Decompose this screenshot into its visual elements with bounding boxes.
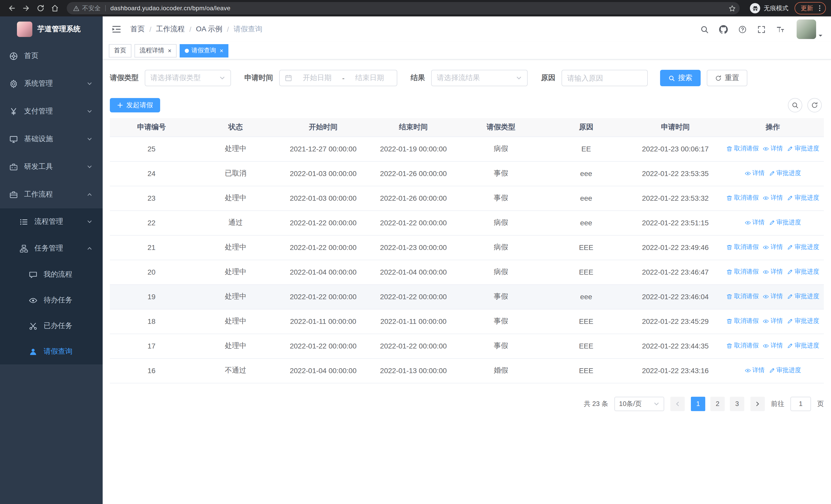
goto-page-input[interactable] xyxy=(791,396,811,411)
close-icon[interactable]: × xyxy=(220,48,223,54)
chevron-down-icon xyxy=(87,164,92,170)
approval-progress-link[interactable]: 审批进度 xyxy=(769,218,801,227)
reload-icon[interactable] xyxy=(34,2,47,15)
cancel-leave-link[interactable]: 取消请假 xyxy=(726,243,758,252)
create-leave-button[interactable]: 发起请假 xyxy=(110,98,160,112)
detail-link[interactable]: 详情 xyxy=(763,145,783,153)
sidebar-item[interactable]: 任务管理 xyxy=(0,235,103,262)
detail-link[interactable]: 详情 xyxy=(763,194,783,203)
sidebar-item[interactable]: 系统管理 xyxy=(0,70,103,97)
view-icon xyxy=(763,269,769,275)
cancel-leave-link[interactable]: 取消请假 xyxy=(726,194,758,203)
user-menu[interactable] xyxy=(797,20,823,39)
breadcrumb-item[interactable]: 首页 xyxy=(131,25,145,34)
reset-button[interactable]: 重置 xyxy=(707,70,747,86)
app-logo[interactable]: 芋道管理系统 xyxy=(0,17,103,42)
cell-reason: EEE xyxy=(543,260,629,284)
reason-input[interactable] xyxy=(562,70,648,86)
edit-icon xyxy=(787,269,793,275)
prev-page-button[interactable] xyxy=(670,396,685,411)
cancel-leave-link[interactable]: 取消请假 xyxy=(726,317,758,326)
create-leave-label: 发起请假 xyxy=(126,100,153,110)
detail-link[interactable]: 详情 xyxy=(763,243,783,252)
approval-progress-link[interactable]: 审批进度 xyxy=(787,194,819,203)
collapse-sidebar-icon[interactable] xyxy=(111,24,122,35)
breadcrumb-item[interactable]: OA 示例 xyxy=(196,25,223,34)
detail-link[interactable]: 详情 xyxy=(763,268,783,276)
detail-link[interactable]: 详情 xyxy=(763,292,783,301)
sidebar-item[interactable]: 流程管理 xyxy=(0,208,103,235)
cell-apply-time: 2022-01-22 23:44:35 xyxy=(629,334,722,358)
cancel-leave-link[interactable]: 取消请假 xyxy=(726,342,758,350)
approval-progress-link[interactable]: 审批进度 xyxy=(787,145,819,153)
sidebar-item[interactable]: 工作流程 xyxy=(0,181,103,208)
bookmark-star-icon[interactable] xyxy=(726,3,738,14)
divider xyxy=(105,5,106,11)
back-icon[interactable] xyxy=(5,2,19,15)
approval-progress-link[interactable]: 审批进度 xyxy=(787,268,819,276)
approval-progress-link[interactable]: 审批进度 xyxy=(787,292,819,301)
page-button[interactable]: 1 xyxy=(691,396,705,411)
url-text[interactable]: dashboard.yudao.iocoder.cn/bpm/oa/leave xyxy=(110,5,726,12)
approval-progress-link[interactable]: 审批进度 xyxy=(769,169,801,178)
cell-apply-time: 2022-01-22 23:46:47 xyxy=(629,260,722,284)
page-button[interactable]: 3 xyxy=(730,396,744,411)
result-select[interactable]: 请选择流结果 xyxy=(431,70,528,86)
sidebar-item[interactable]: 我的流程 xyxy=(0,262,103,288)
approval-progress-link[interactable]: 审批进度 xyxy=(787,342,819,350)
sidebar-item[interactable]: 支付管理 xyxy=(0,97,103,125)
apply-time-range-picker[interactable]: 开始日期 - 结束日期 xyxy=(279,70,397,86)
approval-progress-link[interactable]: 审批进度 xyxy=(769,366,801,375)
breadcrumb-item[interactable]: 工作流程 xyxy=(156,25,185,34)
search-button[interactable]: 搜索 xyxy=(660,70,700,86)
detail-link[interactable]: 详情 xyxy=(745,218,765,227)
sidebar-item[interactable]: 研发工具 xyxy=(0,153,103,181)
github-icon[interactable] xyxy=(717,23,730,36)
page-size-select[interactable]: 10条/页 xyxy=(614,396,664,411)
next-page-button[interactable] xyxy=(750,396,765,411)
search-icon[interactable] xyxy=(697,23,711,36)
cancel-leave-link[interactable]: 取消请假 xyxy=(726,145,758,153)
refresh-icon[interactable] xyxy=(807,98,822,112)
tab[interactable]: 流程详情× xyxy=(135,44,177,57)
leave-query-icon xyxy=(29,347,37,356)
detail-link[interactable]: 详情 xyxy=(763,317,783,326)
approval-progress-link[interactable]: 审批进度 xyxy=(787,317,819,326)
sidebar-item[interactable]: 待办任务 xyxy=(0,288,103,313)
tab[interactable]: 首页 xyxy=(109,44,132,57)
home-icon[interactable] xyxy=(48,2,62,15)
sidebar-item[interactable]: 首页 xyxy=(0,42,103,70)
cell-start-time: 2022-01-03 00:00:00 xyxy=(278,161,368,186)
sidebar-item[interactable]: 请假查询 xyxy=(0,339,103,364)
address-bar[interactable]: 不安全 dashboard.yudao.iocoder.cn/bpm/oa/le… xyxy=(67,2,740,14)
detail-link[interactable]: 详情 xyxy=(745,169,765,178)
detail-link[interactable]: 详情 xyxy=(745,366,765,375)
security-chip[interactable]: 不安全 xyxy=(73,4,101,12)
search-button-label: 搜索 xyxy=(678,73,692,83)
leave-type-select[interactable]: 请选择请假类型 xyxy=(145,70,231,86)
process-icon xyxy=(20,217,28,226)
close-icon[interactable]: × xyxy=(168,48,171,54)
cell-end-time: 2022-01-26 00:00:00 xyxy=(368,186,459,210)
font-size-icon[interactable] xyxy=(774,23,787,36)
cancel-leave-link[interactable]: 取消请假 xyxy=(726,292,758,301)
table-row: 17处理中2022-01-22 00:00:002022-01-22 00:00… xyxy=(110,334,824,358)
avatar[interactable] xyxy=(797,20,816,39)
sidebar-item-label: 请假查询 xyxy=(44,347,73,356)
browser-menu-button[interactable]: 更新 xyxy=(795,2,826,14)
range-separator: - xyxy=(342,74,344,82)
toggle-search-icon[interactable] xyxy=(788,98,802,112)
forward-icon[interactable] xyxy=(20,2,33,15)
cancel-leave-link[interactable]: 取消请假 xyxy=(726,268,758,276)
detail-link[interactable]: 详情 xyxy=(763,342,783,350)
sidebar-item[interactable]: 基础设施 xyxy=(0,125,103,153)
sidebar-item[interactable]: 已办任务 xyxy=(0,313,103,339)
fullscreen-icon[interactable] xyxy=(754,23,768,36)
approval-progress-link[interactable]: 审批进度 xyxy=(787,243,819,252)
help-icon[interactable] xyxy=(736,23,749,36)
done-icon xyxy=(29,322,37,330)
tab[interactable]: 请假查询× xyxy=(180,44,228,57)
delete-icon xyxy=(726,294,733,300)
page-size-value: 10条/页 xyxy=(619,399,641,408)
page-button[interactable]: 2 xyxy=(710,396,725,411)
